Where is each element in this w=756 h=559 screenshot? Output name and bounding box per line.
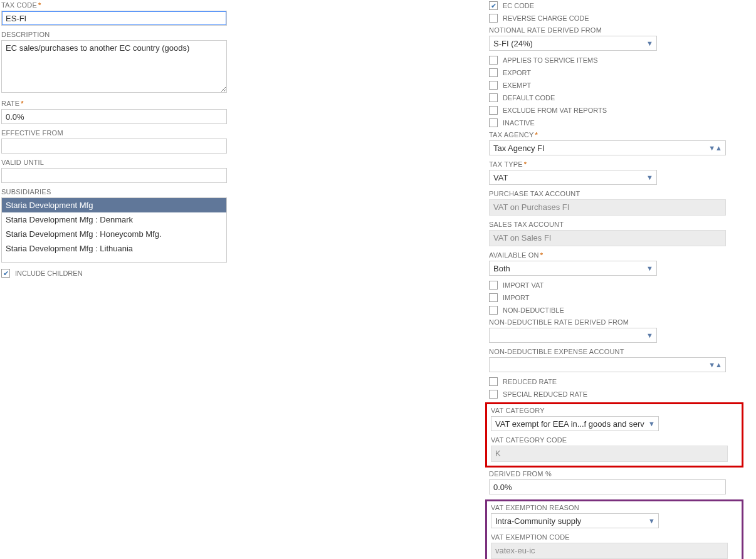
description-textarea[interactable]: EC sales/purchases to another EC country… — [1, 40, 227, 93]
reverse-charge-label: REVERSE CHARGE CODE — [503, 14, 589, 22]
list-item[interactable]: Staria Development Mfg — [2, 198, 226, 212]
applies-service-label: APPLIES TO SERVICE ITEMS — [503, 56, 598, 64]
list-item[interactable]: Staria Development Mfg : Lithuania — [2, 241, 226, 256]
import-label: IMPORT — [503, 294, 530, 301]
nd-expense-account-label: NON-DEDUCTIBLE EXPENSE ACCOUNT — [489, 348, 740, 355]
tax-type-label: TAX TYPE* — [489, 160, 740, 168]
notional-rate-label: NOTIONAL RATE DERIVED FROM — [489, 26, 740, 34]
derived-from-pct-input[interactable] — [489, 479, 726, 494]
valid-until-input[interactable] — [1, 168, 227, 183]
effective-from-label: EFFECTIVE FROM — [1, 129, 227, 137]
tax-agency-select[interactable]: ▼▲ — [489, 140, 726, 155]
effective-from-input[interactable] — [1, 138, 227, 154]
vat-category-highlight: VAT CATEGORY ▼ VAT CATEGORY CODE K — [485, 402, 743, 468]
vat-exemption-code-value: vatex-eu-ic — [491, 543, 728, 559]
list-item[interactable]: Staria Development Mfg : Honeycomb Mfg. — [2, 227, 226, 241]
available-on-label: AVAILABLE ON* — [489, 251, 740, 259]
include-children-checkbox[interactable] — [1, 269, 10, 278]
import-vat-checkbox[interactable] — [489, 281, 498, 290]
available-on-select[interactable]: ▼ — [489, 261, 657, 276]
reverse-charge-checkbox[interactable] — [489, 14, 498, 23]
list-item[interactable]: Staria Development Mfg : Denmark — [2, 212, 226, 227]
derived-from-pct-label: DERIVED FROM % — [489, 470, 740, 478]
ec-code-checkbox[interactable] — [489, 1, 498, 10]
vat-category-select[interactable]: ▼ — [491, 416, 659, 431]
inactive-label: INACTIVE — [503, 119, 535, 127]
exclude-vat-label: EXCLUDE FROM VAT REPORTS — [503, 107, 607, 114]
import-vat-label: IMPORT VAT — [503, 281, 543, 289]
import-checkbox[interactable] — [489, 293, 498, 302]
purchase-tax-account-label: PURCHASE TAX ACCOUNT — [489, 190, 740, 197]
vat-category-code-value: K — [491, 446, 728, 462]
notional-rate-select[interactable]: ▼ — [489, 36, 657, 51]
nd-rate-from-select[interactable]: ▼ — [489, 328, 657, 343]
vat-exemption-highlight: VAT EXEMPTION REASON ▼ VAT EXEMPTION COD… — [485, 499, 743, 559]
special-reduced-checkbox[interactable] — [489, 390, 498, 399]
tax-code-label: TAX CODE* — [1, 1, 227, 9]
vat-category-code-label: VAT CATEGORY CODE — [491, 436, 738, 444]
rate-label: RATE* — [1, 100, 227, 107]
export-label: EXPORT — [503, 69, 531, 76]
inactive-checkbox[interactable] — [489, 118, 498, 127]
ec-code-label: EC CODE — [503, 2, 534, 9]
subsidiaries-listbox[interactable]: Staria Development Mfg Staria Developmen… — [1, 197, 227, 263]
vat-exemption-reason-label: VAT EXEMPTION REASON — [491, 504, 738, 511]
default-code-label: DEFAULT CODE — [503, 94, 555, 102]
description-label: DESCRIPTION — [1, 31, 227, 38]
vat-exemption-code-label: VAT EXEMPTION CODE — [491, 533, 738, 541]
purchase-tax-account-value: VAT on Purchases FI — [489, 199, 726, 216]
vat-exemption-reason-select[interactable]: ▼ — [491, 513, 659, 528]
exclude-vat-checkbox[interactable] — [489, 106, 498, 115]
subsidiaries-label: SUBSIDIARIES — [1, 188, 227, 196]
sales-tax-account-value: VAT on Sales FI — [489, 230, 726, 246]
exempt-label: EXEMPT — [503, 81, 531, 89]
nd-rate-from-label: NON-DEDUCTIBLE RATE DERIVED FROM — [489, 318, 740, 326]
tax-type-select[interactable]: ▼ — [489, 170, 657, 185]
reduced-rate-checkbox[interactable] — [489, 377, 498, 386]
default-code-checkbox[interactable] — [489, 93, 498, 102]
tax-agency-label: TAX AGENCY* — [489, 131, 740, 138]
non-deductible-checkbox[interactable] — [489, 306, 498, 315]
special-reduced-label: SPECIAL REDUCED RATE — [503, 390, 587, 398]
rate-input[interactable] — [1, 109, 227, 124]
nd-expense-account-select[interactable]: ▼▲ — [489, 357, 726, 372]
export-checkbox[interactable] — [489, 68, 498, 77]
non-deductible-label: NON-DEDUCTIBLE — [503, 306, 564, 314]
valid-until-label: VALID UNTIL — [1, 159, 227, 166]
applies-service-checkbox[interactable] — [489, 56, 498, 65]
include-children-label: INCLUDE CHILDREN — [15, 269, 83, 277]
tax-code-input[interactable] — [1, 11, 227, 26]
reduced-rate-label: REDUCED RATE — [503, 378, 557, 385]
vat-category-label: VAT CATEGORY — [491, 407, 738, 414]
exempt-checkbox[interactable] — [489, 81, 498, 90]
sales-tax-account-label: SALES TAX ACCOUNT — [489, 221, 740, 228]
